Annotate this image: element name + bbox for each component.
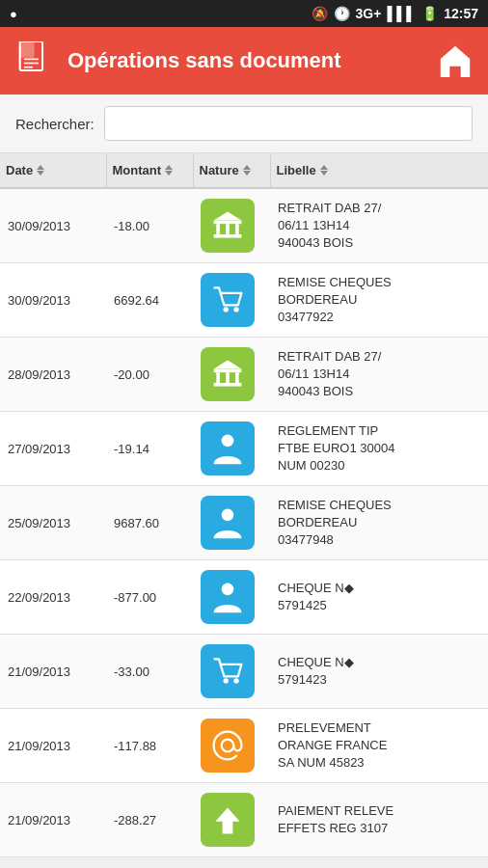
cell-date: 27/09/2013 — [0, 412, 106, 486]
svg-rect-19 — [214, 383, 242, 387]
battery-icon: 🔋 — [421, 6, 438, 21]
table-row: 22/09/2013 -877.00 CHEQUE N◆5791425 — [0, 560, 488, 635]
col-header-nature[interactable]: Nature — [193, 153, 270, 188]
table-row: 30/09/2013 6692.64 REMISE CHEQUESBORDERE… — [0, 263, 488, 338]
sort-date-icon — [37, 165, 44, 176]
cell-nature — [193, 635, 270, 709]
cell-libelle: REMISE CHEQUESBORDEREAU03477922 — [270, 263, 488, 338]
table-row: 25/09/2013 9687.60 REMISE CHEQUESBORDERE… — [0, 486, 488, 560]
cell-libelle: REGLEMENT TIPFTBE EURO1 30004NUM 00230 — [270, 412, 488, 486]
cell-montant: -20.00 — [106, 338, 193, 412]
person-nature-icon — [201, 496, 255, 550]
cell-montant: -117.88 — [106, 709, 193, 783]
cell-libelle: CHEQUE N◆5791425 — [270, 560, 488, 635]
svg-rect-6 — [214, 221, 242, 225]
table-row: 21/09/2013 -33.00 CHEQUE N◆5791423 — [0, 635, 488, 709]
svg-rect-16 — [216, 372, 220, 383]
svg-point-24 — [233, 678, 238, 683]
col-header-montant[interactable]: Montant — [106, 153, 193, 188]
table-row: 21/09/2013 -288.27 PAIEMENT RELEVEEFFETS… — [0, 783, 488, 857]
cell-date: 28/09/2013 — [0, 338, 106, 412]
cart-nature-icon — [201, 644, 255, 698]
table-row: 27/09/2013 -19.14 REGLEMENT TIPFTBE EURO… — [0, 412, 488, 486]
signal-bars: ▌▌▌ — [387, 6, 416, 21]
cell-montant: 9687.60 — [106, 486, 193, 560]
cell-montant: -19.14 — [106, 412, 193, 486]
cart-nature-icon — [201, 273, 255, 327]
clock-icon: 🕐 — [334, 6, 350, 21]
svg-rect-10 — [235, 224, 239, 234]
cell-date: 21/09/2013 — [0, 783, 106, 857]
time-display: 12:57 — [444, 6, 478, 21]
svg-point-23 — [224, 678, 229, 683]
search-bar: Rechercher: — [0, 95, 488, 153]
home-button[interactable] — [434, 40, 476, 82]
svg-point-25 — [222, 740, 234, 752]
cell-date: 30/09/2013 — [0, 188, 106, 263]
document-icon — [12, 40, 54, 82]
cell-libelle: REMISE CHEQUESBORDEREAU03477948 — [270, 486, 488, 560]
cell-date: 30/09/2013 — [0, 263, 106, 338]
cell-nature — [193, 188, 270, 263]
cell-libelle: PRELEVEMENTORANGE FRANCESA NUM 45823 — [270, 709, 488, 783]
cell-nature — [193, 486, 270, 560]
cell-nature — [193, 338, 270, 412]
cell-montant: 6692.64 — [106, 263, 193, 338]
circle-icon: ● — [10, 7, 17, 21]
svg-rect-17 — [226, 372, 230, 383]
cell-date: 25/09/2013 — [0, 486, 106, 560]
mute-icon: 🔕 — [312, 6, 328, 21]
app-header: Opérations sans document — [0, 27, 488, 95]
cell-montant: -288.27 — [106, 783, 193, 857]
table-header: Date Montant Nature — [0, 153, 488, 188]
search-label: Rechercher: — [15, 116, 95, 132]
cell-libelle: RETRAIT DAB 27/06/11 13H14940043 BOIS — [270, 338, 488, 412]
svg-marker-26 — [215, 807, 239, 833]
svg-point-12 — [224, 307, 229, 312]
cell-montant: -18.00 — [106, 188, 193, 263]
cell-date: 21/09/2013 — [0, 709, 106, 783]
cell-date: 21/09/2013 — [0, 635, 106, 709]
svg-marker-5 — [441, 46, 470, 77]
table-body: 30/09/2013 -18.00 RETRAIT DAB 27/06/11 1… — [0, 188, 488, 857]
operations-table: Date Montant Nature — [0, 153, 488, 857]
bank-nature-icon — [201, 199, 255, 253]
signal-label: 3G+ — [356, 6, 382, 21]
sort-nature-icon — [243, 165, 251, 176]
svg-point-21 — [222, 509, 234, 522]
cell-nature — [193, 412, 270, 486]
arrow-up-nature-icon — [201, 793, 255, 847]
table-row: 21/09/2013 -117.88 PRELEVEMENTORANGE FRA… — [0, 709, 488, 783]
svg-rect-9 — [226, 224, 230, 234]
svg-rect-1 — [20, 41, 35, 58]
cell-libelle: PAIEMENT RELEVEEFFETS REG 3107 — [270, 783, 488, 857]
status-bar: ● 🔕 🕐 3G+ ▌▌▌ 🔋 12:57 — [0, 0, 488, 27]
bank-nature-icon — [201, 347, 255, 401]
svg-marker-7 — [214, 212, 242, 221]
svg-marker-15 — [214, 361, 242, 369]
at-nature-icon — [201, 719, 255, 773]
cell-libelle: CHEQUE N◆5791423 — [270, 635, 488, 709]
cell-nature — [193, 783, 270, 857]
cell-nature — [193, 709, 270, 783]
svg-point-22 — [222, 583, 234, 596]
search-input[interactable] — [104, 106, 473, 141]
cell-nature — [193, 560, 270, 635]
cell-libelle: RETRAIT DAB 27/06/11 13H14940043 BOIS — [270, 188, 488, 263]
cell-nature — [193, 263, 270, 338]
person-nature-icon — [201, 421, 255, 475]
person-nature-icon — [201, 570, 255, 624]
status-right: 🔕 🕐 3G+ ▌▌▌ 🔋 12:57 — [312, 6, 478, 21]
cell-date: 22/09/2013 — [0, 560, 106, 635]
svg-point-20 — [222, 435, 234, 448]
svg-point-13 — [233, 307, 238, 312]
status-left: ● — [10, 7, 17, 21]
col-header-libelle[interactable]: Libelle — [270, 153, 488, 188]
col-header-date[interactable]: Date — [0, 153, 106, 188]
cell-montant: -33.00 — [106, 635, 193, 709]
svg-rect-11 — [214, 234, 242, 238]
table-row: 28/09/2013 -20.00 RETRAIT DAB 27/06/11 1… — [0, 338, 488, 412]
app-title: Opérations sans document — [68, 48, 420, 73]
svg-rect-18 — [235, 372, 239, 383]
sort-montant-icon — [165, 165, 173, 176]
